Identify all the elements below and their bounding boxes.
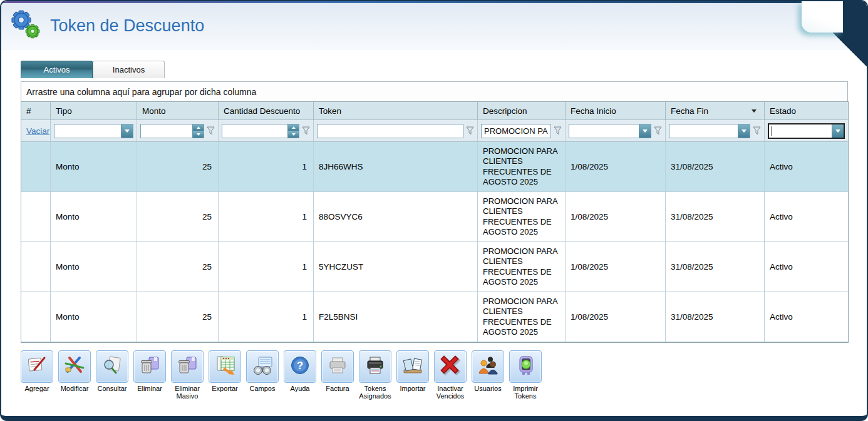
filter-funnel-icon[interactable] <box>554 126 562 135</box>
column-header-cantidad-descuento[interactable]: Cantidad Descuento <box>219 102 314 120</box>
filter-funnel-icon[interactable] <box>207 126 215 135</box>
cell-estado[interactable]: Activo <box>765 292 848 342</box>
descripcion-filter-input[interactable] <box>481 124 551 138</box>
cell-tipo[interactable]: Monto <box>51 292 137 342</box>
tab-inactivos[interactable]: Inactivos <box>93 61 165 78</box>
cell-descripcion[interactable]: PROMOCION PARA CLIENTES FRECUENTES DE AG… <box>478 292 566 342</box>
cell-token[interactable]: 5YHCZUST <box>314 242 478 292</box>
cell-fecha-inicio[interactable]: 1/08/2025 <box>566 242 666 292</box>
column-header-number[interactable]: # <box>21 102 51 120</box>
cell-monto[interactable]: 25 <box>137 242 219 292</box>
edit-pencils-icon <box>63 354 86 379</box>
eliminar-button[interactable]: Eliminar <box>133 350 166 392</box>
cell-cantidad[interactable]: 1 <box>219 192 314 242</box>
column-header-fecha-inicio[interactable]: Fecha Inicio <box>566 102 666 120</box>
cell-monto[interactable]: 25 <box>137 292 219 342</box>
cell-token[interactable]: 88OSVYC6 <box>314 192 478 242</box>
users-icon <box>477 354 499 379</box>
column-header-fecha-fin[interactable]: Fecha Fin <box>666 102 765 120</box>
chevron-up-icon[interactable] <box>193 124 204 131</box>
exportar-button[interactable]: Exportar <box>209 350 241 392</box>
estado-filter-combobox[interactable] <box>768 123 845 139</box>
chevron-up-icon[interactable] <box>288 124 299 131</box>
filter-cell-token <box>314 120 478 142</box>
eliminar-masivo-button[interactable]: Eliminar Masivo <box>171 350 204 400</box>
signal-light-icon <box>514 354 537 379</box>
filter-funnel-icon[interactable] <box>302 126 310 135</box>
row-number-cell[interactable] <box>21 242 51 292</box>
cell-descripcion[interactable]: PROMOCION PARA CLIENTES FRECUENTES DE AG… <box>478 142 566 192</box>
cell-fecha-inicio[interactable]: 1/08/2025 <box>566 142 666 192</box>
cell-estado[interactable]: Activo <box>765 242 848 292</box>
campos-button[interactable]: Campos <box>246 350 279 392</box>
tab-activos[interactable]: Activos <box>21 61 93 78</box>
chevron-down-icon[interactable] <box>738 124 750 138</box>
cell-fecha-fin[interactable]: 31/08/2025 <box>666 142 765 192</box>
column-header-monto[interactable]: Monto <box>137 102 219 120</box>
filter-cell-estado <box>765 120 848 142</box>
monto-filter-spinner[interactable] <box>140 124 204 138</box>
row-number-cell[interactable] <box>21 292 51 342</box>
content-area: Activos Inactivos Arrastre una columna a… <box>1 49 867 400</box>
cell-cantidad[interactable]: 1 <box>219 292 314 342</box>
cell-fecha-inicio[interactable]: 1/08/2025 <box>566 192 666 242</box>
clear-filters-link[interactable]: Vaciar <box>24 126 49 136</box>
red-x-icon <box>439 354 462 379</box>
filter-cell-monto <box>137 120 219 142</box>
row-number-cell[interactable] <box>21 142 51 192</box>
filter-funnel-icon[interactable] <box>753 126 761 135</box>
cell-token[interactable]: 8JH66WHS <box>314 142 478 192</box>
fecha-inicio-filter-combobox[interactable] <box>569 124 651 138</box>
ayuda-button[interactable]: ? Ayuda <box>284 350 316 392</box>
cell-tipo[interactable]: Monto <box>51 242 137 292</box>
cell-cantidad[interactable]: 1 <box>219 142 314 192</box>
consultar-button[interactable]: Consultar <box>96 350 128 392</box>
filter-cell-clear: Vaciar <box>21 120 51 142</box>
cell-monto[interactable]: 25 <box>137 192 219 242</box>
page-title: Token de Descuento <box>50 16 204 36</box>
cell-descripcion[interactable]: PROMOCION PARA CLIENTES FRECUENTES DE AG… <box>478 192 566 242</box>
group-by-drop-zone[interactable]: Arrastre una columna aquí para agrupar p… <box>21 81 848 102</box>
filter-cell-fecha-inicio <box>566 120 666 142</box>
row-number-cell[interactable] <box>21 192 51 242</box>
inactivar-vencidos-button[interactable]: Inactivar Vencidos <box>434 350 467 400</box>
column-header-token[interactable]: Token <box>314 102 478 120</box>
column-header-descripcion[interactable]: Descripcion <box>478 102 566 120</box>
chevron-down-icon[interactable] <box>288 131 299 138</box>
imprimir-tokens-button[interactable]: Imprimir Tokens <box>509 350 542 400</box>
factura-button[interactable]: Factura <box>321 350 354 392</box>
agregar-button[interactable]: Agregar <box>21 350 53 392</box>
trash-icon <box>138 354 161 379</box>
cell-estado[interactable]: Activo <box>765 192 848 242</box>
help-icon: ? <box>289 354 311 379</box>
filter-cell-cantidad <box>219 120 314 142</box>
cell-monto[interactable]: 25 <box>137 142 219 192</box>
cell-fecha-fin[interactable]: 31/08/2025 <box>666 192 765 242</box>
cell-cantidad[interactable]: 1 <box>219 242 314 292</box>
filter-funnel-icon[interactable] <box>654 126 662 135</box>
tipo-filter-combobox[interactable] <box>54 124 133 138</box>
filter-funnel-icon[interactable] <box>466 126 474 135</box>
cell-estado[interactable]: Activo <box>765 142 848 192</box>
cell-fecha-fin[interactable]: 31/08/2025 <box>666 292 765 342</box>
cell-tipo[interactable]: Monto <box>51 192 137 242</box>
import-documents-icon <box>401 354 424 379</box>
chevron-down-icon[interactable] <box>639 124 651 138</box>
cell-tipo[interactable]: Monto <box>51 142 137 192</box>
usuarios-button[interactable]: Usuarios <box>472 350 504 392</box>
modificar-button[interactable]: Modificar <box>58 350 91 392</box>
chevron-down-icon[interactable] <box>121 124 133 138</box>
cell-token[interactable]: F2L5BNSI <box>314 292 478 342</box>
fecha-fin-filter-combobox[interactable] <box>669 124 750 138</box>
chevron-down-icon[interactable] <box>832 124 844 138</box>
column-header-tipo[interactable]: Tipo <box>51 102 137 120</box>
cell-descripcion[interactable]: PROMOCION PARA CLIENTES FRECUENTES DE AG… <box>478 242 566 292</box>
cell-fecha-fin[interactable]: 31/08/2025 <box>666 242 765 292</box>
token-filter-input[interactable] <box>317 124 463 138</box>
tokens-asignados-button[interactable]: Tokens Asignados <box>359 350 391 400</box>
cantidad-filter-spinner[interactable] <box>222 124 299 138</box>
column-header-estado[interactable]: Estado <box>765 102 848 120</box>
importar-button[interactable]: Importar <box>396 350 429 392</box>
cell-fecha-inicio[interactable]: 1/08/2025 <box>566 292 666 342</box>
chevron-down-icon[interactable] <box>193 131 204 138</box>
